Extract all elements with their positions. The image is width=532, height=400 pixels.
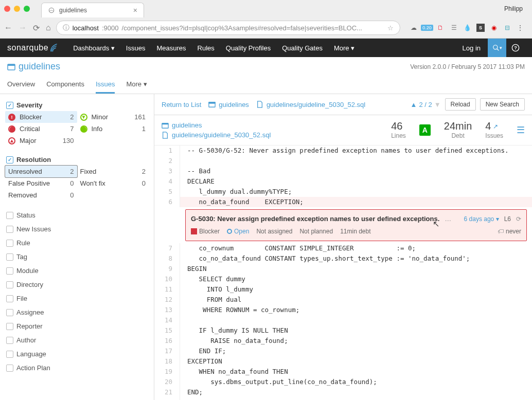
ext-raindrop-icon[interactable]: 💧	[463, 24, 471, 32]
facet-status[interactable]: Status	[5, 208, 149, 222]
tab-issues[interactable]: Issues	[96, 76, 115, 94]
metric-issues[interactable]: 4 ↗ Issues	[485, 120, 503, 139]
code-line: 1-- G-5030/G-52: Never assign predefined…	[154, 146, 532, 156]
issue-plan[interactable]: Not planned	[299, 226, 333, 237]
crumb-project[interactable]: guidelines	[208, 101, 249, 108]
nav-quality-gates[interactable]: Quality Gates	[282, 44, 323, 52]
metric-lines: 46 Lines	[391, 120, 406, 139]
issue-line: L6	[504, 214, 511, 224]
issue-perm-icon[interactable]: ⟳	[516, 214, 521, 224]
facet-rule[interactable]: Rule	[5, 236, 149, 250]
severity-critical-row[interactable]: ⬤ Critical 7	[5, 123, 77, 135]
checkbox-icon	[6, 281, 13, 288]
ext-readability-icon[interactable]: ◉	[490, 24, 498, 32]
back-icon[interactable]: ←	[4, 23, 12, 32]
code-line: 5 l_dummy dual.dummy%TYPE;	[154, 187, 532, 197]
issue-more-icon[interactable]: …	[445, 214, 451, 224]
facet-action-plan[interactable]: Action Plan	[5, 361, 149, 375]
issue-age[interactable]: 6 days ago ▾	[464, 214, 499, 224]
severity-header[interactable]: ✓ Severity	[5, 99, 149, 111]
facet-module[interactable]: Module	[5, 264, 149, 278]
profile-name[interactable]: Philipp	[504, 5, 528, 12]
ext-evernote-icon[interactable]: ☰	[450, 24, 458, 32]
close-window-icon[interactable]	[4, 6, 10, 12]
tab-close-icon[interactable]: ×	[133, 6, 137, 14]
facet-new-issues[interactable]: New Issues	[5, 222, 149, 236]
issue-box[interactable]: G-5030: Never assign predefined exceptio…	[185, 209, 527, 241]
resolution-facet: ✓ Resolution Unresolved 2 False Positive…	[5, 154, 149, 201]
facet-assignee[interactable]: Assignee	[5, 305, 149, 319]
issue-assignee[interactable]: Not assigned	[256, 226, 292, 237]
facet-language[interactable]: Language	[5, 347, 149, 361]
resolution-fixed-row[interactable]: Fixed 2	[77, 166, 149, 177]
code-line: 14	[154, 315, 532, 325]
file-project-crumb[interactable]: guidelines	[162, 120, 271, 130]
svg-rect-10	[162, 123, 168, 124]
ext-onetab-icon[interactable]: ⊟	[503, 24, 511, 32]
search-button[interactable]: ▾	[488, 39, 506, 57]
facet-tag[interactable]: Tag	[5, 250, 149, 264]
ext-badge-icon[interactable]: 0.20	[423, 24, 431, 32]
facet-file[interactable]: File	[5, 292, 149, 305]
nav-quality-profiles[interactable]: Quality Profiles	[226, 44, 271, 52]
menu-icon[interactable]: ⋮	[517, 24, 524, 32]
issue-tags[interactable]: 🏷 never	[498, 226, 521, 237]
crumb-file[interactable]: guidelines/guideline_5030_52.sql	[256, 101, 365, 108]
reload-button[interactable]: Reload	[445, 98, 476, 111]
nav-dashboards[interactable]: Dashboards ▾	[73, 44, 115, 52]
tab-components[interactable]: Components	[46, 76, 84, 94]
resolution-unresolved-row[interactable]: Unresolved 2	[5, 166, 77, 177]
nav-issues[interactable]: Issues	[126, 44, 146, 52]
project-icon	[162, 122, 169, 129]
login-link[interactable]: Log in	[455, 44, 488, 52]
issue-status[interactable]: Open	[227, 226, 249, 237]
facet-author[interactable]: Author	[5, 333, 149, 347]
code-line: 4DECLARE	[154, 176, 532, 187]
pager[interactable]: ▲ 2 / 2 ▼	[411, 101, 441, 108]
issue-debt[interactable]: 11min debt	[340, 226, 370, 237]
facet-directory[interactable]: Directory	[5, 278, 149, 292]
tab-more[interactable]: More ▾	[126, 76, 147, 94]
forward-icon[interactable]: →	[19, 23, 27, 32]
resolution-removed-row[interactable]: Removed 0	[5, 189, 77, 201]
blocker-icon: !	[8, 114, 15, 121]
checkbox-icon	[6, 295, 13, 302]
resolution-wontfix-row[interactable]: Won't fix 0	[77, 177, 149, 189]
nav-more[interactable]: More ▾	[334, 44, 354, 52]
return-link[interactable]: Return to List	[162, 101, 201, 108]
home-icon[interactable]: ⌂	[46, 23, 51, 32]
resolution-header[interactable]: ✓ Resolution	[5, 154, 149, 166]
ext-pocket-icon[interactable]: 🗋	[436, 24, 445, 32]
issue-severity[interactable]: ! Blocker	[191, 226, 220, 237]
reload-icon[interactable]: ⟳	[33, 23, 40, 33]
info-icon[interactable]: ⓘ	[63, 23, 69, 32]
tab-overview[interactable]: Overview	[7, 76, 35, 94]
severity-major-row[interactable]: ▲ Major 130	[5, 135, 77, 147]
severity-info-row[interactable]: ⬤ Info 1	[77, 123, 149, 135]
code-line: 17 END IF;	[154, 346, 532, 356]
severity-blocker-row[interactable]: ! Blocker 2	[5, 111, 77, 123]
ext-sq-icon[interactable]: S	[476, 24, 485, 32]
more-menu-icon[interactable]: ☰	[517, 124, 525, 136]
facet-reporter[interactable]: Reporter	[5, 319, 149, 333]
file-path[interactable]: guidelines/guideline_5030_52.sql	[162, 130, 271, 140]
help-button[interactable]: ?	[506, 39, 525, 57]
svg-point-1	[493, 45, 497, 49]
severity-minor-row[interactable]: ▼ Minor 161	[77, 111, 149, 123]
bookmark-icon[interactable]: ☆	[387, 24, 394, 32]
code-line: 16 RAISE no_data_found;	[154, 336, 532, 346]
ext-cloud-icon[interactable]: ☁	[410, 24, 418, 32]
resolution-false-positive-row[interactable]: False Positive 0	[5, 177, 77, 189]
titlebar: guidelines × Philipp	[0, 0, 532, 17]
browser-tab[interactable]: guidelines ×	[41, 3, 144, 17]
new-search-button[interactable]: New Search	[480, 98, 525, 111]
window-controls[interactable]	[4, 6, 30, 12]
maximize-window-icon[interactable]	[24, 6, 30, 12]
nav-rules[interactable]: Rules	[198, 44, 215, 52]
url-host: localhost	[73, 24, 99, 32]
nav-measures[interactable]: Measures	[156, 44, 186, 52]
project-title[interactable]: guidelines	[7, 61, 60, 72]
minimize-window-icon[interactable]	[14, 6, 20, 12]
url-bar[interactable]: ⓘ localhost:9000/component_issues?id=pls…	[56, 21, 400, 35]
sonarqube-logo[interactable]: sonarqube	[7, 42, 61, 53]
